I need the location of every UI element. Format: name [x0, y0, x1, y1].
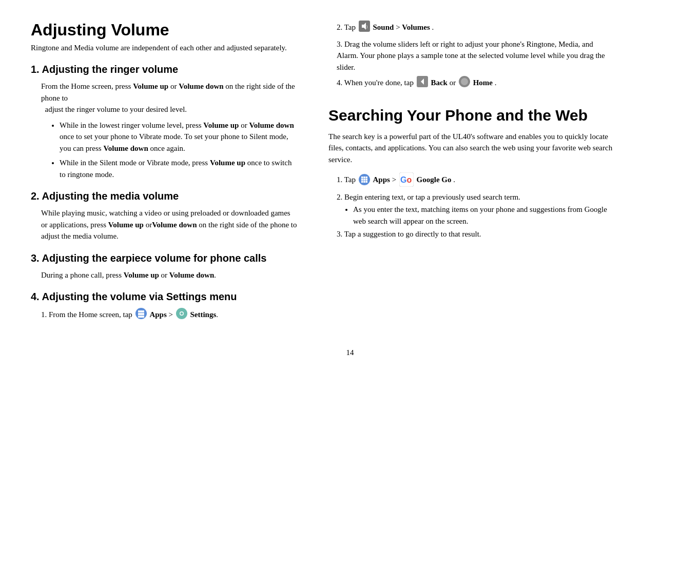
page-title: Adjusting Volume	[31, 21, 298, 40]
page-number: 14	[346, 348, 354, 357]
page-layout: Adjusting Volume Ringtone and Media volu…	[31, 21, 669, 328]
bullet1-volumeup: Volume up	[203, 121, 239, 129]
search-step1-google: Google Go	[417, 175, 452, 184]
search-bullets: As you enter the text, matching items on…	[353, 204, 616, 227]
right-step4-home: Home	[473, 79, 493, 87]
section2-title: 2. Adjusting the media volume	[31, 190, 298, 202]
settings-icon	[176, 308, 187, 323]
section4-apps-label: Apps	[149, 310, 166, 319]
svg-text:): )	[366, 25, 367, 29]
section1-text1: From the Home screen, press	[41, 82, 133, 90]
section4-period: .	[216, 310, 218, 319]
search-step1-end: .	[453, 175, 455, 184]
section1-volumedown: Volume down	[179, 82, 223, 90]
right-step4-mid: or	[450, 79, 458, 87]
bullet2-volumeup: Volume up	[210, 159, 245, 167]
page-footer: 14	[31, 348, 669, 357]
section1-or1: or	[168, 82, 179, 90]
back-icon	[417, 76, 428, 91]
svg-rect-9	[140, 316, 142, 318]
page-subtitle: Ringtone and Media volume are independen…	[31, 43, 298, 53]
bullet-item-1: While in the lowest ringer volume level,…	[60, 120, 298, 154]
search-section: Searching Your Phone and the Web The sea…	[328, 106, 616, 239]
section3-text: During a phone call, press Volume up or …	[41, 269, 298, 281]
svg-rect-23	[365, 177, 367, 179]
search-step3: 3. Tap a suggestion to go directly to th…	[337, 230, 616, 239]
section3-volumedown: Volume down	[169, 271, 214, 279]
search-step1-gt: >	[392, 175, 396, 184]
section2-body: While playing music, watching a video or…	[41, 207, 298, 242]
search-apps-icon	[359, 174, 370, 187]
section1-volumeup: Volume up	[133, 82, 168, 90]
search-bullet-1: As you enter the text, matching items on…	[353, 204, 616, 227]
search-step1-before: 1. Tap	[337, 175, 358, 184]
right-step4-back: Back	[431, 79, 448, 87]
search-step2-text: 2. Begin entering text, or tap a previou…	[337, 193, 520, 201]
svg-point-19	[461, 78, 468, 85]
search-step2: 2. Begin entering text, or tap a previou…	[337, 193, 616, 202]
section4-body: 1. From the Home screen, tap	[41, 308, 298, 323]
section2-text: While playing music, watching a video or…	[41, 207, 298, 242]
right-step4-before: 4. When you're done, tap	[337, 79, 416, 87]
svg-rect-6	[138, 316, 140, 318]
svg-rect-26	[365, 179, 367, 181]
search-step1-apps: Apps	[373, 175, 390, 184]
section4-settings-label: Settings	[190, 310, 216, 319]
right-step2: 2. Tap ) Sound > Volumes .	[337, 21, 616, 35]
right-step2-text: 2. Tap	[337, 23, 358, 31]
section4-title: 4. Adjusting the volume via Settings men…	[31, 291, 298, 303]
right-step2-sound: Sound	[373, 23, 394, 31]
section1-body: From the Home screen, press Volume up or…	[41, 81, 298, 180]
right-step3-text: 3. Drag the volume sliders left or right…	[337, 40, 605, 71]
section3-body: During a phone call, press Volume up or …	[41, 269, 298, 281]
svg-rect-24	[361, 179, 363, 181]
bullet-item-2: While in the Silent mode or Vibrate mode…	[60, 157, 298, 180]
right-step2-gt: >	[396, 23, 402, 31]
search-step1: 1. Tap	[337, 172, 616, 189]
svg-rect-22	[363, 177, 365, 179]
right-step4: 4. When you're done, tap Back or	[337, 76, 616, 91]
bullet1-volumedown: Volume down	[249, 121, 294, 129]
right-step2-end: .	[432, 23, 434, 31]
search-title: Searching Your Phone and the Web	[328, 106, 616, 125]
sound-icon: )	[359, 21, 370, 35]
section1-title: 1. Adjusting the ringer volume	[31, 64, 298, 75]
apps-icon	[135, 308, 147, 323]
svg-rect-28	[363, 181, 365, 183]
svg-rect-4	[138, 313, 140, 315]
right-column: 2. Tap ) Sound > Volumes . 3. Drag the v…	[318, 21, 616, 328]
section3-volumeup: Volume up	[124, 271, 159, 279]
section4-arrow: >	[168, 310, 172, 319]
svg-rect-29	[365, 181, 367, 183]
svg-rect-8	[142, 316, 144, 318]
svg-rect-7	[140, 313, 142, 315]
section4-step1: 1. From the Home screen, tap	[41, 308, 298, 323]
left-column: Adjusting Volume Ringtone and Media volu…	[31, 21, 298, 328]
svg-rect-5	[142, 313, 144, 315]
svg-rect-2	[140, 310, 142, 312]
right-step2-volumes: Volumes	[402, 23, 430, 31]
section1-bullets: While in the lowest ringer volume level,…	[60, 120, 298, 181]
section1-body-text: From the Home screen, press Volume up or…	[41, 81, 298, 115]
svg-rect-3	[142, 310, 144, 312]
right-step4-end: .	[495, 79, 497, 87]
bullet1-volumedown2: Volume down	[103, 144, 148, 152]
section2-volumeup: Volume up	[108, 221, 144, 229]
search-step3-text: 3. Tap a suggestion to go directly to th…	[337, 230, 481, 238]
section3-title: 3. Adjusting the earpiece volume for pho…	[31, 252, 298, 264]
svg-rect-27	[361, 181, 363, 183]
search-intro: The search key is a powerful part of the…	[328, 131, 616, 166]
svg-rect-25	[363, 179, 365, 181]
svg-rect-1	[138, 310, 140, 312]
steps-section: 2. Tap ) Sound > Volumes . 3. Drag the v…	[328, 21, 616, 91]
home-icon	[459, 76, 470, 91]
google-go-icon: Go	[399, 172, 414, 189]
right-step3: 3. Drag the volume sliders left or right…	[337, 38, 616, 73]
section4-text1: 1. From the Home screen, tap	[41, 310, 134, 319]
section2-volumedown: Volume down	[152, 221, 197, 229]
svg-rect-21	[361, 177, 363, 179]
svg-text:Go: Go	[400, 175, 412, 184]
svg-point-12	[180, 312, 183, 315]
